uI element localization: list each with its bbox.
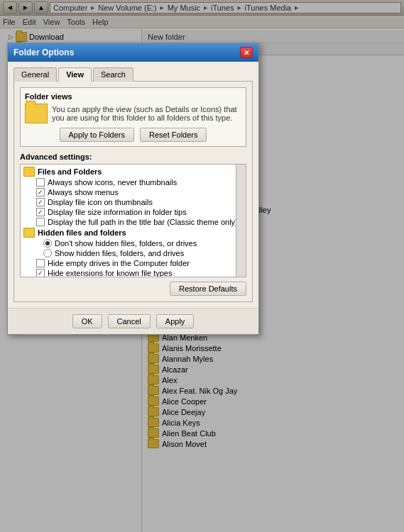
tab-general[interactable]: General xyxy=(13,67,57,82)
dialog-close-button[interactable]: ✕ xyxy=(240,47,253,58)
adv-radio-label: Don't show hidden files, folders, or dri… xyxy=(55,239,197,248)
adv-item-label: Always show menus xyxy=(48,188,119,196)
dialog-footer: OK Cancel Apply xyxy=(8,308,258,334)
restore-defaults-row: Restore Defaults xyxy=(20,282,246,296)
adv-item-file-icon-thumb[interactable]: Display file icon on thumbnails xyxy=(22,197,244,207)
dialog-title: Folder Options xyxy=(13,48,74,57)
apply-button[interactable]: Apply xyxy=(156,314,195,328)
reset-folders-button[interactable]: Reset Folders xyxy=(140,128,207,142)
adv-checkbox[interactable] xyxy=(36,178,45,187)
adv-item-label: Hide extensions for known file types xyxy=(48,269,172,277)
adv-radio-dont-show[interactable]: Don't show hidden files, folders, or dri… xyxy=(43,238,244,248)
adv-checkbox[interactable] xyxy=(36,259,45,267)
folder-options-dialog: Folder Options ✕ General View Search Fol… xyxy=(7,43,259,335)
adv-checkbox[interactable] xyxy=(36,188,45,196)
cancel-button[interactable]: Cancel xyxy=(108,314,151,328)
adv-item-hide-empty[interactable]: Hide empty drives in the Computer folder xyxy=(22,258,244,268)
adv-section-icon xyxy=(23,228,35,238)
adv-item-label: Always show icons, never thumbnails xyxy=(48,178,177,187)
adv-checkbox[interactable] xyxy=(36,218,45,226)
dialog-overlay: Folder Options ✕ General View Search Fol… xyxy=(0,0,404,532)
adv-item-label: Hide empty drives in the Computer folder xyxy=(48,259,190,267)
folder-views-box: Folder views You can apply the view (suc… xyxy=(20,87,246,147)
folder-views-label: Folder views xyxy=(25,92,241,101)
dialog-body: General View Search Folder views You can… xyxy=(8,62,258,308)
advanced-scrollbar[interactable] xyxy=(236,165,246,277)
radio-show[interactable] xyxy=(43,249,52,257)
adv-item-hide-extensions[interactable]: Hide extensions for known file types xyxy=(22,268,244,277)
adv-section-hidden-files: Hidden files and folders xyxy=(22,227,244,238)
apply-to-folders-button[interactable]: Apply to Folders xyxy=(60,128,134,142)
ok-button[interactable]: OK xyxy=(72,314,102,328)
advanced-settings-label: Advanced settings: xyxy=(20,153,246,161)
adv-item-label: Display file icon on thumbnails xyxy=(48,198,153,206)
tab-content-view: Folder views You can apply the view (suc… xyxy=(13,81,253,302)
adv-checkbox[interactable] xyxy=(36,198,45,206)
adv-item-always-icons[interactable]: Always show icons, never thumbnails xyxy=(22,177,244,187)
tab-bar: General View Search xyxy=(13,67,253,82)
adv-radio-show[interactable]: Show hidden files, folders, and drives xyxy=(43,248,244,258)
adv-section-files-folders: Files and Folders xyxy=(22,166,244,177)
folder-icon-big xyxy=(25,104,48,123)
adv-item-file-size[interactable]: Display file size information in folder … xyxy=(22,207,244,217)
adv-section-label: Hidden files and folders xyxy=(38,228,126,237)
adv-section-label: Files and Folders xyxy=(38,167,102,176)
adv-radio-group: Don't show hidden files, folders, or dri… xyxy=(22,238,244,258)
tab-view[interactable]: View xyxy=(58,67,92,82)
apply-reset-row: Apply to Folders Reset Folders xyxy=(25,128,241,142)
dialog-titlebar: Folder Options ✕ xyxy=(8,43,258,62)
tab-search[interactable]: Search xyxy=(93,67,133,82)
adv-item-label: Display the full path in the title bar (… xyxy=(48,218,238,226)
adv-radio-label: Show hidden files, folders, and drives xyxy=(55,249,184,257)
advanced-settings-box[interactable]: Files and Folders Always show icons, nev… xyxy=(20,164,246,277)
restore-defaults-button[interactable]: Restore Defaults xyxy=(170,282,246,296)
folder-views-content: You can apply the view (such as Details … xyxy=(25,104,241,123)
adv-item-always-menus[interactable]: Always show menus xyxy=(22,187,244,197)
adv-checkbox[interactable] xyxy=(36,208,45,216)
adv-item-label: Display file size information in folder … xyxy=(48,208,187,216)
adv-section-icon xyxy=(23,167,35,177)
folder-views-text: You can apply the view (such as Details … xyxy=(52,105,241,122)
radio-dont-show[interactable] xyxy=(43,239,52,248)
adv-item-full-path[interactable]: Display the full path in the title bar (… xyxy=(22,217,244,227)
adv-checkbox[interactable] xyxy=(36,269,45,277)
